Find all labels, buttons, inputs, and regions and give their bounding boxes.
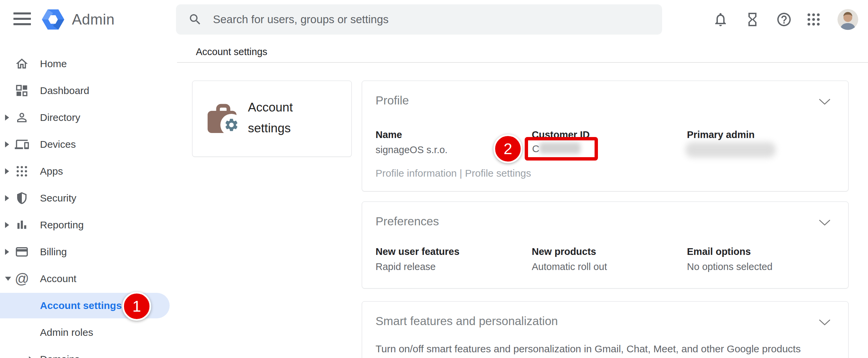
breadcrumb-divider <box>177 62 868 63</box>
product-name: Admin <box>72 11 115 28</box>
annotation-step-1-badge: 1 <box>122 292 151 321</box>
sidebar-item-billing[interactable]: Billing <box>0 238 170 265</box>
annotation-highlight-box: C <box>525 137 598 161</box>
bar-chart-icon <box>15 218 29 232</box>
customer-id-visible-text: C <box>532 143 539 155</box>
sidebar-item-label: Account <box>40 273 76 285</box>
profile-links: Profile information | Profile settings <box>376 168 531 179</box>
chevron-down-icon[interactable] <box>818 219 831 227</box>
profile-section-card: Profile Name signageOS s.r.o. Customer I… <box>362 80 848 191</box>
field-email-options: Email options No options selected <box>687 246 828 272</box>
expand-arrow-icon[interactable] <box>5 141 9 148</box>
field-primary-admin: Primary admin <box>687 129 828 140</box>
user-avatar[interactable] <box>837 9 858 30</box>
devices-icon <box>15 137 29 152</box>
at-sign-icon: @ <box>15 272 29 286</box>
field-label: Primary admin <box>687 129 828 140</box>
briefcase-gear-icon <box>205 100 244 139</box>
sidebar-item-label: Billing <box>40 246 67 258</box>
expand-arrow-icon[interactable] <box>29 356 33 358</box>
sidebar-item-label: Reporting <box>40 219 84 231</box>
redacted-primary-admin-value <box>686 142 776 158</box>
tasks-hourglass-icon[interactable] <box>744 11 761 28</box>
person-icon <box>15 110 29 125</box>
expand-arrow-icon[interactable] <box>5 195 9 201</box>
field-value: Rapid release <box>376 261 517 272</box>
sidebar-item-label: Security <box>40 192 76 204</box>
link-separator: | <box>457 168 465 179</box>
sidebar-item-label: Directory <box>40 112 80 123</box>
shield-icon <box>15 191 29 205</box>
field-label: Name <box>376 129 517 140</box>
apps-dots-icon <box>15 164 29 178</box>
field-new-user-features: New user features Rapid release <box>376 246 517 272</box>
chevron-down-icon[interactable] <box>818 319 831 326</box>
field-label: New user features <box>376 246 517 257</box>
chevron-down-icon[interactable] <box>818 98 831 106</box>
expand-arrow-icon[interactable] <box>5 222 9 228</box>
collapse-arrow-icon[interactable] <box>5 277 11 281</box>
sidebar-item-reporting[interactable]: Reporting <box>0 211 170 238</box>
annotation-step-2-badge: 2 <box>493 134 522 163</box>
preferences-section-card: Preferences New user features Rapid rele… <box>362 201 848 289</box>
search-placeholder: Search for users, groups or settings <box>213 13 389 26</box>
sidebar-item-home[interactable]: Home <box>0 51 170 77</box>
tile-title: Account settings <box>248 97 339 139</box>
expand-arrow-icon[interactable] <box>5 249 9 255</box>
section-title: Smart features and personalization <box>376 314 558 328</box>
redacted-customer-id-value <box>539 142 581 154</box>
sidebar-item-admin-roles[interactable]: Admin roles <box>0 319 170 346</box>
sidebar-item-label: Devices <box>40 139 76 150</box>
top-bar: Admin Search for users, groups or settin… <box>0 0 868 39</box>
sidebar-item-label: Home <box>40 58 67 69</box>
sidebar-item-dashboard[interactable]: Dashboard <box>0 77 170 104</box>
home-icon <box>15 57 29 71</box>
credit-card-icon <box>15 245 29 259</box>
sidebar-item-apps[interactable]: Apps <box>0 158 170 185</box>
sidebar-item-devices[interactable]: Devices <box>0 131 170 158</box>
sidebar-item-label: Apps <box>40 166 63 177</box>
sidebar-item-label: Dashboard <box>40 85 89 96</box>
sidebar-item-label: Admin roles <box>40 327 93 338</box>
expand-arrow-icon[interactable] <box>5 115 9 121</box>
account-settings-tile: Account settings <box>192 80 352 157</box>
dashboard-icon <box>15 84 29 98</box>
admin-console-page: Admin Search for users, groups or settin… <box>0 0 868 358</box>
breadcrumb: Account settings <box>196 46 268 58</box>
notifications-bell-icon[interactable] <box>712 11 728 28</box>
search-icon <box>188 12 202 27</box>
field-label: New products <box>532 246 673 257</box>
help-icon[interactable] <box>776 11 792 28</box>
sidebar-item-label: Account settings <box>40 300 122 311</box>
section-title: Preferences <box>376 215 439 228</box>
smart-features-description: Turn on/off smart features and personali… <box>376 343 801 355</box>
apps-grid-icon[interactable] <box>806 11 822 28</box>
sidebar-item-label: Domains <box>40 354 80 358</box>
field-value: Automatic roll out <box>532 261 673 272</box>
profile-settings-link[interactable]: Profile settings <box>465 168 531 179</box>
smart-features-section-card: Smart features and personalization Turn … <box>362 301 848 358</box>
sidebar-item-security[interactable]: Security <box>0 185 170 211</box>
sidebar-item-directory[interactable]: Directory <box>0 104 170 131</box>
expand-arrow-icon[interactable] <box>5 168 9 174</box>
field-new-products: New products Automatic roll out <box>532 246 673 272</box>
sidebar-item-account[interactable]: @ Account <box>0 265 170 292</box>
sidebar-item-domains[interactable]: Domains <box>0 346 170 358</box>
field-value: No options selected <box>687 261 828 272</box>
admin-hexagon-logo-icon <box>40 6 66 33</box>
app-logo: Admin <box>40 6 115 33</box>
profile-information-link[interactable]: Profile information <box>376 168 457 179</box>
field-label: Email options <box>687 246 828 257</box>
section-title: Profile <box>376 94 409 107</box>
hamburger-menu-icon[interactable] <box>13 12 31 26</box>
search-input[interactable]: Search for users, groups or settings <box>176 4 662 35</box>
